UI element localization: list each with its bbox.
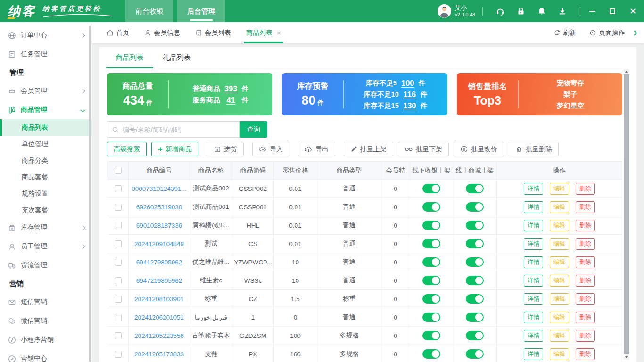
tab-member-info[interactable]: 会员信息: [144, 22, 180, 43]
edit-button[interactable]: 编辑: [550, 238, 569, 250]
offline-shelf-toggle[interactable]: [422, 257, 440, 267]
offline-shelf-toggle[interactable]: [422, 313, 440, 322]
page-actions-button[interactable]: 页面操作: [589, 29, 625, 37]
goods-code-link[interactable]: 6901028187336: [136, 222, 182, 229]
goods-code-link[interactable]: 20241206201051: [134, 314, 184, 321]
detail-button[interactable]: 详情: [524, 293, 543, 305]
support-headset-icon[interactable]: [495, 7, 505, 16]
edit-button[interactable]: 编辑: [550, 330, 569, 342]
stat-link[interactable]: 41: [224, 96, 238, 105]
detail-button[interactable]: 详情: [524, 275, 543, 287]
delete-button[interactable]: 删除: [576, 220, 595, 231]
minimize-button[interactable]: [589, 11, 595, 12]
goods-code-link[interactable]: 6926025319030: [136, 204, 182, 211]
edit-button[interactable]: 编辑: [550, 275, 569, 287]
sidebar-sub-recharge-combo[interactable]: 充次套餐: [0, 202, 92, 218]
sidebar-item-staff-management[interactable]: 员工管理: [0, 237, 92, 256]
maximize-button[interactable]: [610, 8, 615, 14]
nav-tab-front-cashier[interactable]: 前台收银: [125, 0, 173, 22]
online-shelf-toggle[interactable]: [466, 184, 484, 193]
online-shelf-toggle[interactable]: [466, 331, 484, 340]
add-goods-button[interactable]: +新增商品: [151, 142, 198, 156]
avatar[interactable]: [438, 4, 451, 18]
sidebar-sub-goods-list[interactable]: 商品列表: [0, 119, 92, 136]
offline-shelf-toggle[interactable]: [422, 202, 440, 212]
row-checkbox[interactable]: [115, 277, 122, 284]
online-shelf-toggle[interactable]: [466, 276, 484, 285]
online-shelf-toggle[interactable]: [466, 221, 484, 230]
row-checkbox[interactable]: [115, 351, 122, 358]
export-button[interactable]: 导出: [298, 142, 335, 156]
advanced-search-button[interactable]: 高级搜索: [107, 142, 147, 156]
sidebar-scrollbar-thumb[interactable]: [89, 26, 91, 362]
lock-icon[interactable]: [516, 7, 526, 16]
delete-button[interactable]: 删除: [576, 275, 595, 287]
goods-code-link[interactable]: 20241205223556: [134, 332, 184, 339]
row-checkbox[interactable]: [115, 314, 122, 321]
close-tab-icon[interactable]: ×: [277, 29, 281, 37]
stat-link[interactable]: 130: [403, 101, 417, 110]
offline-shelf-toggle[interactable]: [422, 239, 440, 248]
import-button[interactable]: 导入: [252, 142, 289, 156]
row-checkbox[interactable]: [115, 222, 122, 229]
row-checkbox[interactable]: [115, 185, 122, 192]
edit-button[interactable]: 编辑: [550, 220, 569, 231]
nav-tab-back-office[interactable]: 后台管理: [177, 0, 225, 22]
delete-button[interactable]: 删除: [576, 256, 595, 268]
download-icon[interactable]: [558, 7, 567, 16]
detail-button[interactable]: 详情: [524, 201, 543, 213]
batch-delete-button[interactable]: 批量删除: [509, 142, 559, 156]
page-actions-chevron[interactable]: [632, 30, 637, 35]
edit-button[interactable]: 编辑: [550, 183, 569, 195]
sidebar-item-sms-marketing[interactable]: 短信营销: [0, 293, 92, 312]
tab-member-list[interactable]: 会员列表: [195, 22, 231, 43]
offline-shelf-toggle[interactable]: [422, 349, 440, 359]
sidebar-item-wechat-marketing[interactable]: 微信营销: [0, 312, 92, 330]
sidebar-item-member-management[interactable]: 会员管理: [0, 82, 92, 100]
goods-code-link[interactable]: 6941279805962: [136, 259, 182, 266]
sidebar-item-goods-management[interactable]: 商品管理: [0, 100, 92, 119]
offline-shelf-toggle[interactable]: [422, 294, 440, 304]
search-input[interactable]: [123, 126, 235, 133]
sidebar-sub-goods-combo[interactable]: 商品套餐: [0, 169, 92, 185]
tab-gifts[interactable]: 礼品列表: [153, 47, 200, 68]
delete-button[interactable]: 删除: [576, 293, 595, 305]
delete-button[interactable]: 删除: [576, 183, 595, 195]
close-button[interactable]: ✕: [629, 7, 636, 16]
detail-button[interactable]: 详情: [524, 183, 543, 195]
edit-button[interactable]: 编辑: [550, 312, 569, 323]
online-shelf-toggle[interactable]: [466, 294, 484, 304]
row-checkbox[interactable]: [115, 204, 122, 211]
online-shelf-toggle[interactable]: [466, 313, 484, 322]
detail-button[interactable]: 详情: [524, 312, 543, 323]
detail-button[interactable]: 详情: [524, 256, 543, 268]
goods-code-link[interactable]: 6947219805962: [136, 277, 182, 284]
stat-link[interactable]: 116: [403, 90, 417, 99]
tab-goods[interactable]: 商品列表: [106, 47, 153, 68]
online-shelf-toggle[interactable]: [466, 202, 484, 212]
batch-price-button[interactable]: 批量改价: [454, 142, 504, 156]
row-checkbox[interactable]: [115, 296, 122, 303]
sidebar-item-miniprogram-marketing[interactable]: 小程序营销: [0, 330, 92, 349]
tab-goods-list[interactable]: 商品列表 ×: [246, 22, 281, 43]
sidebar-item-logistics-management[interactable]: 货流管理: [0, 256, 92, 275]
batch-on-shelf-button[interactable]: 批量上架: [344, 142, 393, 156]
purchase-button[interactable]: 进货: [207, 142, 244, 156]
edit-button[interactable]: 编辑: [550, 348, 569, 360]
edit-button[interactable]: 编辑: [550, 201, 569, 213]
goods-code-link[interactable]: 20241208103901: [134, 296, 184, 303]
sidebar-sub-unit-management[interactable]: 单位管理: [0, 136, 92, 152]
goods-code-link[interactable]: 20241205173833: [134, 351, 184, 358]
stat-link[interactable]: 393: [224, 84, 238, 93]
online-shelf-toggle[interactable]: [466, 257, 484, 267]
sidebar-item-inventory-management[interactable]: 库存管理: [0, 218, 92, 237]
row-checkbox[interactable]: [115, 332, 122, 339]
scroll-up-arrow[interactable]: [624, 69, 629, 74]
goods-code-link[interactable]: 20241209104849: [134, 240, 184, 247]
sidebar-item-marketing-center[interactable]: 营销中心: [0, 349, 92, 362]
stat-link[interactable]: 100: [401, 79, 415, 88]
sidebar-sub-spec-settings[interactable]: 规格设置: [0, 185, 92, 202]
tab-home[interactable]: 首页: [107, 22, 129, 43]
offline-shelf-toggle[interactable]: [422, 184, 440, 193]
bell-icon[interactable]: [537, 7, 546, 16]
